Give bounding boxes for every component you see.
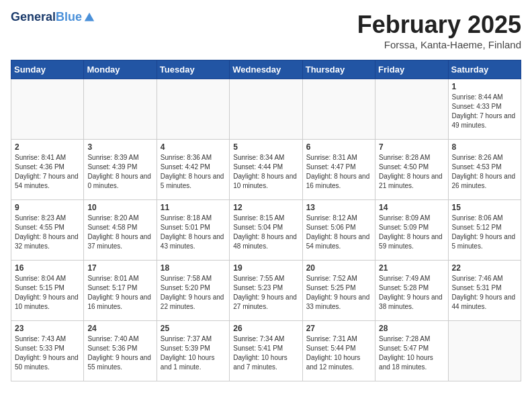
day-number: 3 — [87, 142, 152, 152]
day-info: Sunrise: 8:12 AM Sunset: 5:06 PM Dayligh… — [306, 214, 371, 251]
weekday-header-wednesday: Wednesday — [230, 60, 302, 79]
day-info: Sunrise: 7:37 AM Sunset: 5:39 PM Dayligh… — [161, 334, 226, 372]
calendar-cell: 3Sunrise: 8:39 AM Sunset: 4:39 PM Daylig… — [84, 140, 157, 200]
day-number: 13 — [306, 203, 371, 212]
day-number: 7 — [379, 142, 444, 152]
weekday-header-tuesday: Tuesday — [157, 60, 229, 79]
day-number: 28 — [379, 324, 444, 333]
calendar-cell — [375, 79, 448, 140]
calendar-cell: 15Sunrise: 8:06 AM Sunset: 5:12 PM Dayli… — [448, 200, 521, 261]
day-info: Sunrise: 7:31 AM Sunset: 5:44 PM Dayligh… — [306, 334, 371, 372]
calendar-week-3: 9Sunrise: 8:23 AM Sunset: 4:55 PM Daylig… — [11, 200, 521, 261]
day-number: 19 — [233, 263, 298, 273]
day-number: 20 — [306, 263, 371, 273]
calendar-cell: 14Sunrise: 8:09 AM Sunset: 5:09 PM Dayli… — [375, 200, 448, 261]
calendar-cell: 23Sunrise: 7:43 AM Sunset: 5:33 PM Dayli… — [11, 321, 84, 381]
day-number: 17 — [87, 263, 152, 273]
calendar-cell: 8Sunrise: 8:26 AM Sunset: 4:53 PM Daylig… — [448, 140, 521, 200]
day-info: Sunrise: 8:39 AM Sunset: 4:39 PM Dayligh… — [87, 153, 152, 191]
calendar-week-2: 2Sunrise: 8:41 AM Sunset: 4:36 PM Daylig… — [11, 140, 521, 200]
day-number: 27 — [306, 324, 371, 333]
calendar-cell: 11Sunrise: 8:18 AM Sunset: 5:01 PM Dayli… — [157, 200, 229, 261]
day-number: 6 — [306, 142, 371, 152]
calendar-cell: 21Sunrise: 7:49 AM Sunset: 5:28 PM Dayli… — [375, 261, 448, 321]
calendar-cell: 13Sunrise: 8:12 AM Sunset: 5:06 PM Dayli… — [302, 200, 375, 261]
logo-text: GeneralBlue — [11, 11, 82, 24]
calendar-title: February 2025 — [357, 11, 521, 39]
calendar-cell: 25Sunrise: 7:37 AM Sunset: 5:39 PM Dayli… — [157, 321, 229, 381]
svg-marker-0 — [85, 13, 94, 21]
day-number: 14 — [379, 203, 444, 212]
day-info: Sunrise: 8:34 AM Sunset: 4:44 PM Dayligh… — [233, 153, 298, 191]
day-info: Sunrise: 8:28 AM Sunset: 4:50 PM Dayligh… — [379, 153, 444, 191]
day-info: Sunrise: 8:01 AM Sunset: 5:17 PM Dayligh… — [87, 274, 152, 312]
calendar-cell: 5Sunrise: 8:34 AM Sunset: 4:44 PM Daylig… — [230, 140, 302, 200]
calendar-week-1: 1Sunrise: 8:44 AM Sunset: 4:33 PM Daylig… — [11, 79, 521, 140]
day-number: 22 — [452, 263, 517, 273]
day-number: 1 — [452, 82, 517, 91]
day-info: Sunrise: 7:46 AM Sunset: 5:31 PM Dayligh… — [452, 274, 517, 312]
calendar-cell: 7Sunrise: 8:28 AM Sunset: 4:50 PM Daylig… — [375, 140, 448, 200]
calendar-cell — [230, 79, 302, 140]
day-info: Sunrise: 8:09 AM Sunset: 5:09 PM Dayligh… — [379, 214, 444, 251]
calendar-cell: 4Sunrise: 8:36 AM Sunset: 4:42 PM Daylig… — [157, 140, 229, 200]
calendar-cell: 6Sunrise: 8:31 AM Sunset: 4:47 PM Daylig… — [302, 140, 375, 200]
day-info: Sunrise: 8:18 AM Sunset: 5:01 PM Dayligh… — [161, 214, 226, 251]
calendar-cell: 22Sunrise: 7:46 AM Sunset: 5:31 PM Dayli… — [448, 261, 521, 321]
day-info: Sunrise: 8:31 AM Sunset: 4:47 PM Dayligh… — [306, 153, 371, 191]
day-info: Sunrise: 8:41 AM Sunset: 4:36 PM Dayligh… — [15, 153, 80, 191]
calendar-week-5: 23Sunrise: 7:43 AM Sunset: 5:33 PM Dayli… — [11, 321, 521, 381]
day-info: Sunrise: 7:49 AM Sunset: 5:28 PM Dayligh… — [379, 274, 444, 312]
logo: GeneralBlue — [11, 11, 95, 24]
calendar-subtitle: Forssa, Kanta-Haeme, Finland — [357, 39, 521, 50]
calendar-cell: 9Sunrise: 8:23 AM Sunset: 4:55 PM Daylig… — [11, 200, 84, 261]
weekday-header-row: SundayMondayTuesdayWednesdayThursdayFrid… — [11, 60, 521, 79]
calendar-table: SundayMondayTuesdayWednesdayThursdayFrid… — [11, 60, 521, 381]
day-number: 16 — [15, 263, 80, 273]
day-number: 15 — [452, 203, 517, 212]
calendar-cell: 16Sunrise: 8:04 AM Sunset: 5:15 PM Dayli… — [11, 261, 84, 321]
day-info: Sunrise: 7:55 AM Sunset: 5:23 PM Dayligh… — [233, 274, 298, 312]
calendar-cell: 17Sunrise: 8:01 AM Sunset: 5:17 PM Dayli… — [84, 261, 157, 321]
day-number: 24 — [87, 324, 152, 333]
calendar-cell — [157, 79, 229, 140]
day-number: 9 — [15, 203, 80, 212]
calendar-cell: 24Sunrise: 7:40 AM Sunset: 5:36 PM Dayli… — [84, 321, 157, 381]
day-number: 18 — [161, 263, 226, 273]
calendar-cell: 20Sunrise: 7:52 AM Sunset: 5:25 PM Dayli… — [302, 261, 375, 321]
weekday-header-saturday: Saturday — [448, 60, 521, 79]
weekday-header-sunday: Sunday — [11, 60, 84, 79]
calendar-cell: 18Sunrise: 7:58 AM Sunset: 5:20 PM Dayli… — [157, 261, 229, 321]
day-info: Sunrise: 7:28 AM Sunset: 5:47 PM Dayligh… — [379, 334, 444, 372]
day-number: 23 — [15, 324, 80, 333]
calendar-cell: 28Sunrise: 7:28 AM Sunset: 5:47 PM Dayli… — [375, 321, 448, 381]
calendar-cell: 12Sunrise: 8:15 AM Sunset: 5:04 PM Dayli… — [230, 200, 302, 261]
day-info: Sunrise: 7:58 AM Sunset: 5:20 PM Dayligh… — [161, 274, 226, 312]
day-number: 5 — [233, 142, 298, 152]
day-number: 2 — [15, 142, 80, 152]
calendar-cell: 19Sunrise: 7:55 AM Sunset: 5:23 PM Dayli… — [230, 261, 302, 321]
day-info: Sunrise: 8:04 AM Sunset: 5:15 PM Dayligh… — [15, 274, 80, 312]
weekday-header-thursday: Thursday — [302, 60, 375, 79]
day-number: 10 — [87, 203, 152, 212]
calendar-cell — [302, 79, 375, 140]
day-info: Sunrise: 7:43 AM Sunset: 5:33 PM Dayligh… — [15, 334, 80, 372]
calendar-week-4: 16Sunrise: 8:04 AM Sunset: 5:15 PM Dayli… — [11, 261, 521, 321]
day-info: Sunrise: 8:06 AM Sunset: 5:12 PM Dayligh… — [452, 214, 517, 251]
day-info: Sunrise: 8:15 AM Sunset: 5:04 PM Dayligh… — [233, 214, 298, 251]
day-number: 8 — [452, 142, 517, 152]
logo-icon — [83, 11, 95, 24]
calendar-cell: 27Sunrise: 7:31 AM Sunset: 5:44 PM Dayli… — [302, 321, 375, 381]
day-info: Sunrise: 7:40 AM Sunset: 5:36 PM Dayligh… — [87, 334, 152, 372]
day-info: Sunrise: 7:34 AM Sunset: 5:41 PM Dayligh… — [233, 334, 298, 372]
calendar-cell: 10Sunrise: 8:20 AM Sunset: 4:58 PM Dayli… — [84, 200, 157, 261]
day-info: Sunrise: 8:26 AM Sunset: 4:53 PM Dayligh… — [452, 153, 517, 191]
calendar-cell — [11, 79, 84, 140]
day-number: 4 — [161, 142, 226, 152]
calendar-cell: 2Sunrise: 8:41 AM Sunset: 4:36 PM Daylig… — [11, 140, 84, 200]
calendar-cell — [84, 79, 157, 140]
day-number: 26 — [233, 324, 298, 333]
day-info: Sunrise: 7:52 AM Sunset: 5:25 PM Dayligh… — [306, 274, 371, 312]
day-info: Sunrise: 8:36 AM Sunset: 4:42 PM Dayligh… — [161, 153, 226, 191]
calendar-cell — [448, 321, 521, 381]
